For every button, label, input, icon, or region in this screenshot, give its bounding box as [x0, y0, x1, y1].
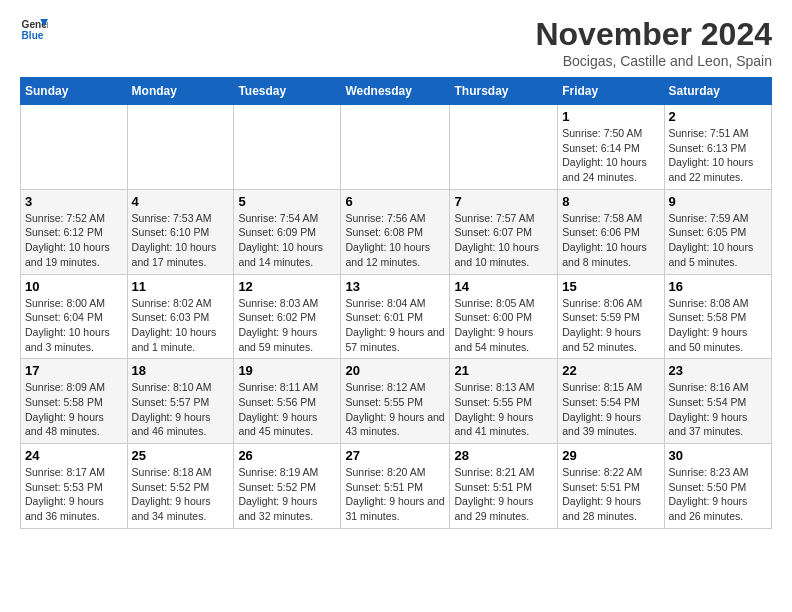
col-header-tuesday: Tuesday — [234, 78, 341, 105]
day-number: 20 — [345, 363, 445, 378]
day-number: 19 — [238, 363, 336, 378]
day-cell — [127, 105, 234, 190]
day-info: Sunrise: 7:59 AM Sunset: 6:05 PM Dayligh… — [669, 211, 767, 270]
day-number: 21 — [454, 363, 553, 378]
logo: General Blue — [20, 16, 48, 44]
day-cell: 3Sunrise: 7:52 AM Sunset: 6:12 PM Daylig… — [21, 189, 128, 274]
day-cell: 16Sunrise: 8:08 AM Sunset: 5:58 PM Dayli… — [664, 274, 771, 359]
day-cell: 24Sunrise: 8:17 AM Sunset: 5:53 PM Dayli… — [21, 444, 128, 529]
day-info: Sunrise: 8:17 AM Sunset: 5:53 PM Dayligh… — [25, 465, 123, 524]
col-header-saturday: Saturday — [664, 78, 771, 105]
day-info: Sunrise: 8:12 AM Sunset: 5:55 PM Dayligh… — [345, 380, 445, 439]
day-number: 14 — [454, 279, 553, 294]
day-cell: 4Sunrise: 7:53 AM Sunset: 6:10 PM Daylig… — [127, 189, 234, 274]
day-cell: 20Sunrise: 8:12 AM Sunset: 5:55 PM Dayli… — [341, 359, 450, 444]
day-number: 30 — [669, 448, 767, 463]
day-cell: 2Sunrise: 7:51 AM Sunset: 6:13 PM Daylig… — [664, 105, 771, 190]
day-number: 27 — [345, 448, 445, 463]
logo-icon: General Blue — [20, 16, 48, 44]
day-number: 2 — [669, 109, 767, 124]
day-number: 29 — [562, 448, 659, 463]
day-number: 18 — [132, 363, 230, 378]
day-cell: 21Sunrise: 8:13 AM Sunset: 5:55 PM Dayli… — [450, 359, 558, 444]
day-info: Sunrise: 8:19 AM Sunset: 5:52 PM Dayligh… — [238, 465, 336, 524]
day-number: 13 — [345, 279, 445, 294]
day-info: Sunrise: 7:54 AM Sunset: 6:09 PM Dayligh… — [238, 211, 336, 270]
day-number: 10 — [25, 279, 123, 294]
day-number: 22 — [562, 363, 659, 378]
day-cell — [234, 105, 341, 190]
day-number: 6 — [345, 194, 445, 209]
day-info: Sunrise: 8:13 AM Sunset: 5:55 PM Dayligh… — [454, 380, 553, 439]
day-number: 3 — [25, 194, 123, 209]
week-row-5: 24Sunrise: 8:17 AM Sunset: 5:53 PM Dayli… — [21, 444, 772, 529]
day-number: 9 — [669, 194, 767, 209]
day-cell: 23Sunrise: 8:16 AM Sunset: 5:54 PM Dayli… — [664, 359, 771, 444]
day-cell: 11Sunrise: 8:02 AM Sunset: 6:03 PM Dayli… — [127, 274, 234, 359]
day-info: Sunrise: 8:21 AM Sunset: 5:51 PM Dayligh… — [454, 465, 553, 524]
month-title: November 2024 — [535, 16, 772, 53]
header-row: SundayMondayTuesdayWednesdayThursdayFrid… — [21, 78, 772, 105]
day-cell: 8Sunrise: 7:58 AM Sunset: 6:06 PM Daylig… — [558, 189, 664, 274]
day-cell: 12Sunrise: 8:03 AM Sunset: 6:02 PM Dayli… — [234, 274, 341, 359]
day-info: Sunrise: 7:50 AM Sunset: 6:14 PM Dayligh… — [562, 126, 659, 185]
day-info: Sunrise: 7:51 AM Sunset: 6:13 PM Dayligh… — [669, 126, 767, 185]
day-info: Sunrise: 8:18 AM Sunset: 5:52 PM Dayligh… — [132, 465, 230, 524]
day-cell: 5Sunrise: 7:54 AM Sunset: 6:09 PM Daylig… — [234, 189, 341, 274]
day-number: 24 — [25, 448, 123, 463]
day-number: 5 — [238, 194, 336, 209]
calendar-table: SundayMondayTuesdayWednesdayThursdayFrid… — [20, 77, 772, 529]
day-info: Sunrise: 8:09 AM Sunset: 5:58 PM Dayligh… — [25, 380, 123, 439]
day-info: Sunrise: 8:10 AM Sunset: 5:57 PM Dayligh… — [132, 380, 230, 439]
col-header-monday: Monday — [127, 78, 234, 105]
day-number: 28 — [454, 448, 553, 463]
day-cell: 30Sunrise: 8:23 AM Sunset: 5:50 PM Dayli… — [664, 444, 771, 529]
day-cell: 10Sunrise: 8:00 AM Sunset: 6:04 PM Dayli… — [21, 274, 128, 359]
day-number: 23 — [669, 363, 767, 378]
day-cell: 25Sunrise: 8:18 AM Sunset: 5:52 PM Dayli… — [127, 444, 234, 529]
day-info: Sunrise: 7:56 AM Sunset: 6:08 PM Dayligh… — [345, 211, 445, 270]
day-cell: 28Sunrise: 8:21 AM Sunset: 5:51 PM Dayli… — [450, 444, 558, 529]
day-number: 7 — [454, 194, 553, 209]
day-cell — [450, 105, 558, 190]
day-number: 8 — [562, 194, 659, 209]
day-info: Sunrise: 7:52 AM Sunset: 6:12 PM Dayligh… — [25, 211, 123, 270]
day-info: Sunrise: 8:11 AM Sunset: 5:56 PM Dayligh… — [238, 380, 336, 439]
header: General Blue November 2024 Bocigas, Cast… — [20, 16, 772, 69]
day-cell: 22Sunrise: 8:15 AM Sunset: 5:54 PM Dayli… — [558, 359, 664, 444]
week-row-3: 10Sunrise: 8:00 AM Sunset: 6:04 PM Dayli… — [21, 274, 772, 359]
day-info: Sunrise: 8:04 AM Sunset: 6:01 PM Dayligh… — [345, 296, 445, 355]
day-number: 16 — [669, 279, 767, 294]
day-info: Sunrise: 8:16 AM Sunset: 5:54 PM Dayligh… — [669, 380, 767, 439]
day-number: 26 — [238, 448, 336, 463]
day-info: Sunrise: 8:22 AM Sunset: 5:51 PM Dayligh… — [562, 465, 659, 524]
day-number: 11 — [132, 279, 230, 294]
day-cell — [341, 105, 450, 190]
week-row-4: 17Sunrise: 8:09 AM Sunset: 5:58 PM Dayli… — [21, 359, 772, 444]
day-number: 17 — [25, 363, 123, 378]
day-cell: 14Sunrise: 8:05 AM Sunset: 6:00 PM Dayli… — [450, 274, 558, 359]
location-title: Bocigas, Castille and Leon, Spain — [535, 53, 772, 69]
day-cell: 9Sunrise: 7:59 AM Sunset: 6:05 PM Daylig… — [664, 189, 771, 274]
week-row-1: 1Sunrise: 7:50 AM Sunset: 6:14 PM Daylig… — [21, 105, 772, 190]
day-cell: 6Sunrise: 7:56 AM Sunset: 6:08 PM Daylig… — [341, 189, 450, 274]
svg-text:Blue: Blue — [22, 30, 44, 41]
day-info: Sunrise: 8:15 AM Sunset: 5:54 PM Dayligh… — [562, 380, 659, 439]
day-cell: 26Sunrise: 8:19 AM Sunset: 5:52 PM Dayli… — [234, 444, 341, 529]
day-number: 15 — [562, 279, 659, 294]
day-info: Sunrise: 8:20 AM Sunset: 5:51 PM Dayligh… — [345, 465, 445, 524]
day-info: Sunrise: 8:05 AM Sunset: 6:00 PM Dayligh… — [454, 296, 553, 355]
col-header-friday: Friday — [558, 78, 664, 105]
day-info: Sunrise: 7:58 AM Sunset: 6:06 PM Dayligh… — [562, 211, 659, 270]
week-row-2: 3Sunrise: 7:52 AM Sunset: 6:12 PM Daylig… — [21, 189, 772, 274]
day-cell: 18Sunrise: 8:10 AM Sunset: 5:57 PM Dayli… — [127, 359, 234, 444]
day-info: Sunrise: 8:03 AM Sunset: 6:02 PM Dayligh… — [238, 296, 336, 355]
day-number: 25 — [132, 448, 230, 463]
day-info: Sunrise: 8:06 AM Sunset: 5:59 PM Dayligh… — [562, 296, 659, 355]
col-header-sunday: Sunday — [21, 78, 128, 105]
day-info: Sunrise: 8:02 AM Sunset: 6:03 PM Dayligh… — [132, 296, 230, 355]
day-info: Sunrise: 8:23 AM Sunset: 5:50 PM Dayligh… — [669, 465, 767, 524]
day-number: 1 — [562, 109, 659, 124]
day-info: Sunrise: 7:57 AM Sunset: 6:07 PM Dayligh… — [454, 211, 553, 270]
day-info: Sunrise: 8:08 AM Sunset: 5:58 PM Dayligh… — [669, 296, 767, 355]
